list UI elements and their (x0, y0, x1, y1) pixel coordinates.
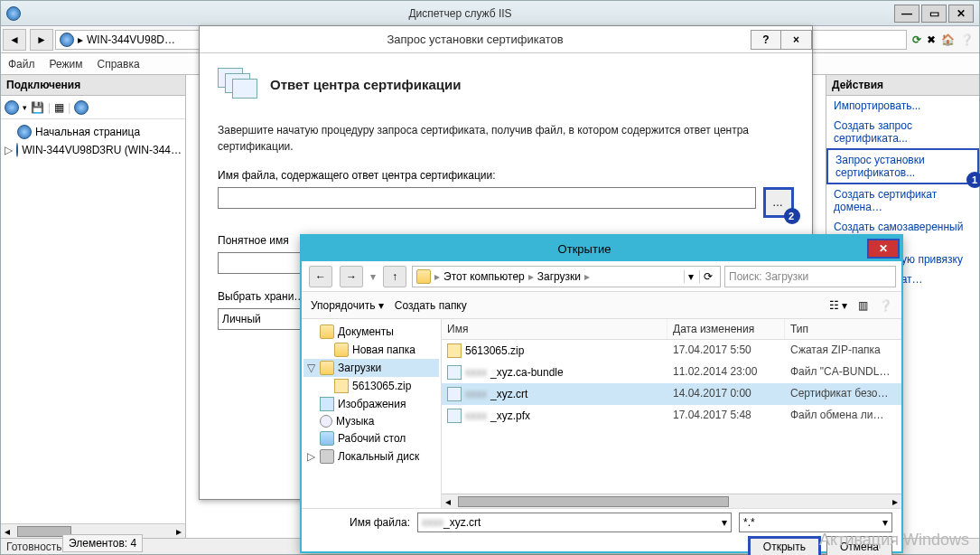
nav-music[interactable]: Музыка (303, 413, 439, 429)
iis-title: Диспетчер служб IIS (26, 7, 894, 20)
file-row[interactable]: xxxx_xyz.crt14.04.2017 0:00Сертификат бе… (442, 383, 901, 405)
view-menu[interactable]: ☷ ▾ (829, 299, 847, 312)
nav-downloads[interactable]: ▽Загрузки (303, 359, 439, 377)
file-icon (447, 387, 462, 401)
crumb-dropdown-icon[interactable]: ▾ (684, 270, 697, 283)
nav-local-disk[interactable]: ▷Локальный диск (303, 447, 439, 466)
file-date: 17.04.2017 5:50 (667, 342, 785, 360)
folder-icon (334, 343, 349, 357)
folder-icon (320, 325, 334, 339)
nav-pictures[interactable]: Изображения (303, 395, 439, 413)
maximize-button[interactable]: ▭ (921, 5, 947, 23)
folder-icon (416, 269, 431, 284)
open-breadcrumb[interactable]: ▸ Этот компьютер ▸ Загрузки ▸ ▾ ⟳ (412, 266, 721, 287)
help-button[interactable]: ❔ (879, 299, 892, 312)
cancel-button[interactable]: Отмена (826, 536, 892, 555)
file-type: Сертификат безо… (785, 385, 901, 403)
file-row[interactable]: xxxx_xyz.pfx17.04.2017 5:48Файл обмена л… (442, 405, 901, 427)
preview-pane-button[interactable]: ▥ (858, 299, 868, 312)
open-recent-dropdown[interactable]: ▾ (369, 270, 378, 283)
connections-pane: Подключения ▾ 💾 | ▦ | Начальная страница… (1, 75, 186, 538)
filename-label: Имя файла: (311, 516, 410, 529)
col-type[interactable]: Тип (785, 319, 901, 339)
filename-combo[interactable]: xxxx_xyz.crt ▾ (417, 513, 732, 532)
open-dialog-close-button[interactable]: ✕ (867, 239, 900, 259)
tree-server[interactable]: ▷ WIN-344VU98D3RU (WIN-344… (5, 141, 182, 159)
file-list-hscroll[interactable]: ◂ ▸ (442, 494, 901, 508)
file-type: Файл обмена ли… (785, 407, 901, 425)
connections-tree: Начальная страница ▷ WIN-344VU98D3RU (WI… (1, 119, 185, 523)
cert-browse-button[interactable]: … 2 (763, 187, 794, 218)
open-file-list-pane: Имя Дата изменения Тип 5613065.zip17.04.… (442, 319, 901, 508)
menu-help[interactable]: Справка (98, 58, 140, 71)
cert-file-input[interactable] (218, 187, 756, 209)
menu-file[interactable]: Файл (8, 58, 35, 71)
open-forward-button[interactable]: → (340, 266, 363, 287)
new-folder-button[interactable]: Создать папку (395, 299, 467, 312)
cert-dialog-title: Запрос установки сертификатов (200, 33, 751, 46)
open-file-dialog: Открытие ✕ ← → ▾ ↑ ▸ Этот компьютер ▸ За… (300, 234, 903, 553)
minimize-button[interactable]: — (894, 5, 919, 23)
crumb-downloads[interactable]: Загрузки (537, 270, 581, 283)
open-back-button[interactable]: ← (309, 266, 332, 287)
file-row[interactable]: xxxx_xyz.ca-bundle11.02.2014 23:00Файл "… (442, 362, 901, 383)
close-button[interactable]: ✕ (948, 5, 974, 23)
stop-icon[interactable]: ✖ (927, 33, 936, 46)
filename-value: _xyz.crt (443, 516, 481, 529)
cert-dialog-help-button[interactable]: ? (751, 30, 781, 50)
action-create-request[interactable]: Создать запрос сертификата... (826, 116, 979, 148)
connect-icon[interactable] (5, 100, 19, 115)
menu-mode[interactable]: Режим (50, 58, 83, 71)
cert-store-value: Личный (222, 313, 261, 325)
tree-start-page[interactable]: Начальная страница (5, 123, 182, 141)
annotation-2: 2 (784, 208, 800, 224)
connections-toolbar: ▾ 💾 | ▦ | (1, 96, 185, 119)
col-name[interactable]: Имя (442, 319, 667, 339)
action-install-request-label: Запрос установки сертификатов... (835, 154, 925, 179)
zip-icon (334, 379, 349, 393)
grid-icon[interactable]: ▦ (54, 101, 64, 114)
open-nav-tree: Документы Новая папка ▽Загрузки 5613065.… (302, 319, 442, 508)
open-up-button[interactable]: ↑ (383, 266, 406, 287)
nav-desktop[interactable]: Рабочий стол (303, 429, 439, 447)
filter-value: *.* (743, 516, 755, 529)
open-button[interactable]: Открыть (748, 536, 821, 555)
nav-back-button[interactable]: ◄ (3, 29, 26, 51)
help-icon[interactable]: ❔ (960, 33, 974, 46)
open-dialog-title: Открытие (302, 242, 867, 256)
status-text: Готовность (6, 541, 62, 553)
nav-forward-button[interactable]: ► (30, 29, 53, 51)
pictures-icon (320, 397, 334, 411)
file-icon (447, 365, 462, 380)
save-icon[interactable]: 💾 (31, 101, 44, 114)
action-install-request[interactable]: Запрос установки сертификатов... 1 (826, 148, 979, 184)
crumb-pc[interactable]: Этот компьютер (443, 270, 525, 283)
action-import[interactable]: Импортировать... (826, 96, 979, 116)
cert-wizard-icon (218, 68, 257, 100)
address-text: WIN-344VU98D… (87, 33, 175, 46)
home-icon[interactable]: 🏠 (941, 33, 955, 46)
refresh-icon[interactable]: ⟳ (912, 33, 921, 46)
iis-icon (6, 6, 21, 21)
file-row[interactable]: 5613065.zip17.04.2017 5:50Сжатая ZIP-пап… (442, 340, 901, 362)
elements-count: Элементов: 4 (69, 537, 136, 550)
iis-titlebar: Диспетчер служб IIS — ▭ ✕ (1, 1, 979, 26)
file-date: 14.04.2017 0:00 (667, 385, 785, 403)
connections-header: Подключения (1, 75, 185, 96)
nav-new-folder[interactable]: Новая папка (303, 341, 439, 359)
open-dialog-bottom: Имя файла: xxxx_xyz.crt ▾ *.* ▾ Открыть … (302, 508, 901, 551)
organize-menu[interactable]: Упорядочить ▾ (311, 299, 384, 312)
elements-count-strip: Элементов: 4 (62, 534, 143, 552)
crumb-refresh-icon[interactable]: ⟳ (699, 270, 716, 283)
refresh-conn-icon[interactable] (74, 100, 89, 115)
cert-dialog-close-button[interactable]: × (781, 30, 812, 50)
open-dialog-toolbar: Упорядочить ▾ Создать папку ☷ ▾ ▥ ❔ (302, 292, 901, 319)
annotation-1: 1 (966, 172, 980, 188)
action-domain-cert[interactable]: Создать сертификат домена… (826, 184, 979, 217)
nav-documents[interactable]: Документы (303, 323, 439, 341)
file-icon (447, 343, 462, 358)
col-date[interactable]: Дата изменения (667, 319, 785, 339)
filter-combo[interactable]: *.* ▾ (739, 513, 892, 532)
nav-zip-file[interactable]: 5613065.zip (303, 377, 439, 395)
open-search-input[interactable]: Поиск: Загрузки (724, 266, 896, 287)
